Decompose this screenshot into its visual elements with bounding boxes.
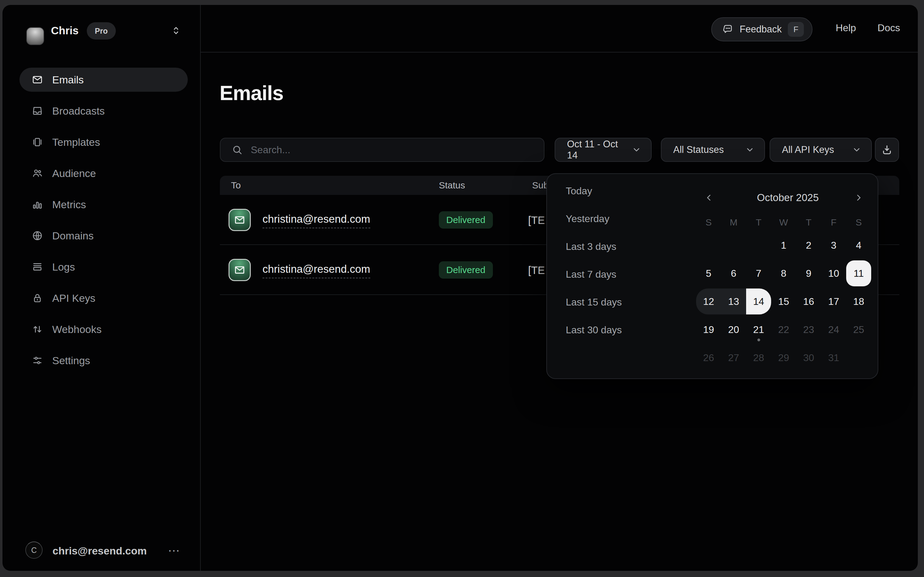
search-input[interactable] — [251, 144, 544, 156]
sidebar-item-emails[interactable]: Emails — [19, 68, 188, 92]
workspace-avatar[interactable] — [26, 27, 44, 45]
calendar-day-14[interactable]: 14 — [746, 288, 771, 316]
user-avatar[interactable]: C — [25, 542, 43, 559]
date-range-filter[interactable]: Oct 11 - Oct 14 — [555, 138, 652, 162]
weekday-label: W — [771, 215, 796, 230]
weekday-label: M — [721, 215, 746, 230]
plan-badge: Pro — [87, 22, 116, 40]
sidebar-item-label: Domains — [52, 230, 93, 242]
calendar-day-28: 28 — [746, 344, 771, 372]
sidebar-item-audience[interactable]: Audience — [19, 161, 188, 185]
rows-icon — [31, 261, 43, 273]
next-month-button[interactable] — [851, 190, 866, 205]
calendar-day-16[interactable]: 16 — [796, 288, 821, 316]
calendar-day-11[interactable]: 11 — [846, 259, 871, 288]
feedback-label: Feedback — [740, 24, 782, 35]
lock-icon — [31, 292, 43, 304]
weekday-label: S — [846, 215, 871, 230]
sidebar-item-label: Emails — [52, 74, 84, 86]
bar-chart-icon — [31, 198, 43, 211]
calendar-day-27: 27 — [721, 344, 746, 372]
date-range-value: Oct 11 - Oct 14 — [567, 139, 625, 161]
calendar-day-13[interactable]: 13 — [721, 288, 746, 316]
weekday-label: T — [746, 215, 771, 230]
calendar-day-4[interactable]: 4 — [846, 231, 871, 259]
calendar-day-21[interactable]: 21 — [746, 316, 771, 344]
calendar-month-label: October 2025 — [729, 190, 847, 205]
date-preset-last-15-days[interactable]: Last 15 days — [566, 294, 622, 310]
status-badge: Delivered — [439, 211, 493, 229]
page-title: Emails — [220, 81, 283, 105]
calendar-day-24[interactable]: 24 — [821, 316, 846, 344]
calendar-day-30: 30 — [796, 344, 821, 372]
weekday-label: T — [796, 215, 821, 230]
calendar-day-19[interactable]: 19 — [696, 316, 721, 344]
calendar-day-9[interactable]: 9 — [796, 259, 821, 288]
calendar-day-1[interactable]: 1 — [771, 231, 796, 259]
chevron-right-icon — [854, 193, 863, 202]
calendar-day-15[interactable]: 15 — [771, 288, 796, 316]
users-icon — [31, 167, 43, 179]
sidebar-item-logs[interactable]: Logs — [19, 255, 188, 279]
sidebar-item-settings[interactable]: Settings — [19, 348, 188, 372]
recipient-email[interactable]: christina@resend.com — [262, 263, 370, 278]
calendar-day-5[interactable]: 5 — [696, 259, 721, 288]
calendar-day-20[interactable]: 20 — [721, 316, 746, 344]
api-key-filter[interactable]: All API Keys — [769, 138, 872, 162]
sidebar-item-label: Templates — [52, 136, 100, 148]
download-icon — [881, 144, 893, 156]
calendar-day-29: 29 — [771, 344, 796, 372]
calendar-day-7[interactable]: 7 — [746, 259, 771, 288]
sidebar-item-metrics[interactable]: Metrics — [19, 192, 188, 216]
weekday-label: S — [696, 215, 721, 230]
sidebar-item-webhooks[interactable]: Webhooks — [19, 317, 188, 341]
user-menu-button[interactable]: ⋯ — [166, 542, 183, 559]
status-filter[interactable]: All Statuses — [661, 138, 765, 162]
sidebar-item-api-keys[interactable]: API Keys — [19, 286, 188, 310]
previous-month-button[interactable] — [701, 190, 717, 205]
inbox-icon — [31, 105, 43, 117]
email-envelope-icon — [229, 209, 251, 231]
date-preset-yesterday[interactable]: Yesterday — [566, 211, 622, 226]
calendar-day-17[interactable]: 17 — [821, 288, 846, 316]
topbar-divider — [201, 52, 918, 53]
date-preset-last-7-days[interactable]: Last 7 days — [566, 267, 622, 282]
sidebar: Chris Pro EmailsBroadcastsTemplatesAudie… — [2, 5, 201, 571]
status-badge: Delivered — [439, 261, 493, 279]
calendar-day-2[interactable]: 2 — [796, 231, 821, 259]
feedback-button[interactable]: Feedback F — [711, 17, 813, 41]
date-preset-today[interactable]: Today — [566, 183, 622, 198]
chat-bubble-icon — [722, 24, 734, 35]
email-envelope-icon — [229, 259, 251, 281]
docs-link[interactable]: Docs — [874, 22, 904, 34]
recipient-email[interactable]: christina@resend.com — [262, 213, 370, 228]
calendar-day-25[interactable]: 25 — [846, 316, 871, 344]
chevron-down-icon — [845, 145, 861, 155]
calendar-day-10[interactable]: 10 — [821, 259, 846, 288]
calendar-day-18[interactable]: 18 — [846, 288, 871, 316]
sidebar-item-broadcasts[interactable]: Broadcasts — [19, 99, 188, 123]
status-filter-value: All Statuses — [673, 144, 724, 155]
calendar-day-6[interactable]: 6 — [721, 259, 746, 288]
calendar-day-8[interactable]: 8 — [771, 259, 796, 288]
date-preset-last-3-days[interactable]: Last 3 days — [566, 239, 622, 254]
email-subject: [TE — [528, 264, 545, 276]
calendar-grid: 1234567891011121314151617181920212223242… — [696, 231, 871, 372]
date-preset-last-30-days[interactable]: Last 30 days — [566, 322, 622, 338]
sidebar-item-templates[interactable]: Templates — [19, 130, 188, 154]
sidebar-item-domains[interactable]: Domains — [19, 224, 188, 248]
calendar-day-23[interactable]: 23 — [796, 316, 821, 344]
workspace-name: Chris — [51, 24, 79, 37]
calendar-day-12[interactable]: 12 — [696, 288, 721, 316]
workspace-switcher-button[interactable] — [169, 24, 183, 38]
search-box — [220, 138, 544, 162]
calendar-day-3[interactable]: 3 — [821, 231, 846, 259]
export-button[interactable] — [875, 138, 899, 162]
calendar-day-22[interactable]: 22 — [771, 316, 796, 344]
sidebar-item-label: Logs — [52, 261, 75, 273]
chevron-left-icon — [704, 193, 714, 202]
feedback-shortcut-badge: F — [788, 22, 804, 37]
help-link[interactable]: Help — [832, 22, 860, 34]
sidebar-item-label: Settings — [52, 355, 90, 367]
sidebar-nav: EmailsBroadcastsTemplatesAudienceMetrics… — [19, 68, 188, 380]
